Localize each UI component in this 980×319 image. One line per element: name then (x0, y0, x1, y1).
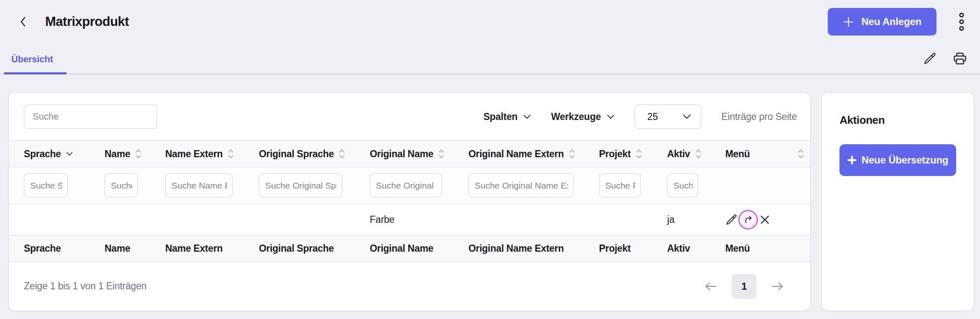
row-translate-button[interactable] (738, 210, 758, 230)
row-actions (725, 210, 811, 230)
cell-menu (715, 204, 811, 235)
column-label: Menü (725, 148, 750, 159)
new-translation-button[interactable]: Neue Übersetzung (839, 144, 956, 176)
filter-input-aktiv[interactable] (667, 174, 698, 197)
plus-icon (843, 16, 854, 28)
column-header-original-name[interactable]: Original Name (360, 141, 458, 167)
columns-dropdown-button[interactable]: Spalten (484, 111, 531, 122)
column-header-sprache[interactable]: Sprache (9, 141, 95, 167)
new-translation-button-label: Neue Übersetzung (862, 154, 949, 166)
chevron-down-icon (683, 114, 691, 119)
arrow-left-icon (704, 281, 717, 291)
filter-input-original-name-extern[interactable] (468, 174, 573, 197)
filter-input-original-sprache[interactable] (259, 174, 342, 197)
filter-input-projekt[interactable] (599, 174, 641, 197)
tab-action-icons (922, 50, 968, 74)
highlight-ring (738, 210, 758, 230)
column-label: Name Extern (165, 148, 223, 160)
cell-sprache (9, 204, 95, 235)
chevron-down-icon (607, 115, 614, 119)
column-header-menu[interactable]: Menü (715, 141, 811, 167)
pencil-icon (923, 52, 937, 65)
column-header-aktiv[interactable]: Aktiv (657, 141, 715, 167)
cell-name (95, 204, 155, 235)
table-footer: Zeige 1 bis 1 von 1 Einträgen 1 (9, 262, 810, 311)
row-edit-button[interactable] (725, 214, 737, 226)
footer-column-menu: Menü (715, 235, 811, 262)
printer-icon (952, 51, 967, 66)
cell-aktiv: ja (657, 204, 715, 235)
sort-both-icon (135, 148, 141, 159)
cell-original-name: Farbe (360, 204, 458, 235)
sort-both-icon (569, 148, 575, 159)
tab-uebersicht[interactable]: Übersicht (4, 54, 67, 74)
tab-bar: Übersicht (0, 46, 980, 74)
print-button[interactable] (952, 50, 968, 67)
sort-down-icon (66, 152, 73, 156)
chevron-left-icon (18, 15, 28, 29)
pencil-icon (725, 214, 737, 226)
table-toolbar: Spalten Werkzeuge 25 E (9, 93, 810, 140)
footer-column-original-name: Original Name (360, 235, 458, 262)
previous-page-button[interactable] (701, 279, 720, 294)
column-header-projekt[interactable]: Projekt (589, 141, 657, 167)
filter-input-name[interactable] (105, 174, 138, 197)
new-create-button-label: Neu Anlegen (861, 16, 921, 28)
sort-both-icon (636, 148, 642, 159)
column-label: Original Name (370, 148, 433, 160)
cell-original-name-extern (458, 204, 589, 235)
chevron-down-icon (523, 115, 531, 119)
kebab-vertical-icon (958, 11, 965, 33)
footer-column-original-sprache: Original Sprache (249, 235, 360, 262)
back-button[interactable] (17, 13, 29, 31)
sort-both-icon (438, 148, 445, 159)
footer-column-name-extern: Name Extern (155, 235, 249, 262)
new-create-button[interactable]: Neu Anlegen (828, 8, 937, 36)
search-input[interactable] (24, 105, 157, 129)
columns-dropdown-label: Spalten (484, 111, 518, 122)
cell-original-sprache (249, 204, 360, 235)
entries-info-text: Zeige 1 bis 1 von 1 Einträgen (24, 281, 146, 292)
edit-page-button[interactable] (922, 51, 937, 66)
footer-column-sprache: Sprache (9, 235, 95, 262)
sort-both-icon (798, 148, 804, 159)
forward-arrow-icon (743, 214, 754, 225)
next-page-button[interactable] (768, 279, 787, 294)
table-footer-header-row: Sprache Name Name Extern Original Sprach… (9, 235, 811, 262)
column-header-original-sprache[interactable]: Original Sprache (249, 141, 360, 167)
cell-projekt (589, 204, 657, 235)
footer-column-name: Name (95, 235, 155, 262)
filter-input-original-name[interactable] (370, 174, 442, 197)
column-label: Name (105, 148, 130, 160)
column-header-name-extern[interactable]: Name Extern (155, 141, 249, 167)
table-header-row: Sprache Name Name Extern Original Sprach… (9, 141, 811, 167)
sort-both-icon (339, 148, 345, 159)
cell-name-extern (155, 204, 249, 235)
filter-input-name-extern[interactable] (165, 174, 233, 197)
page-size-select[interactable]: 25 (635, 105, 701, 129)
table-filter-row (9, 167, 811, 204)
footer-column-original-name-extern: Original Name Extern (458, 235, 589, 262)
content-area: Spalten Werkzeuge 25 E (0, 74, 980, 311)
plus-bold-icon (847, 156, 857, 165)
column-label: Sprache (24, 148, 61, 160)
tools-dropdown-button[interactable]: Werkzeuge (551, 111, 614, 122)
column-label: Aktiv (667, 148, 690, 160)
sort-both-icon (228, 148, 234, 159)
top-header: Matrixprodukt Neu Anlegen (0, 0, 980, 36)
footer-column-projekt: Projekt (589, 235, 657, 262)
data-table: Sprache Name Name Extern Original Sprach… (9, 140, 811, 262)
arrow-right-icon (771, 281, 784, 291)
page-size-value: 25 (647, 111, 658, 122)
filter-input-sprache[interactable] (24, 174, 68, 197)
column-header-name[interactable]: Name (95, 141, 155, 167)
entries-per-page-label: Einträge pro Seite (722, 111, 797, 122)
page-number-button[interactable]: 1 (732, 274, 757, 299)
column-header-original-name-extern[interactable]: Original Name Extern (458, 141, 589, 167)
kebab-menu-button[interactable] (956, 8, 967, 35)
actions-panel-title: Aktionen (839, 114, 956, 127)
row-delete-button[interactable] (759, 214, 771, 226)
toolbar-right: Spalten Werkzeuge 25 E (484, 105, 797, 129)
pagination: 1 (701, 274, 787, 299)
table-row: Farbe ja (9, 204, 811, 235)
